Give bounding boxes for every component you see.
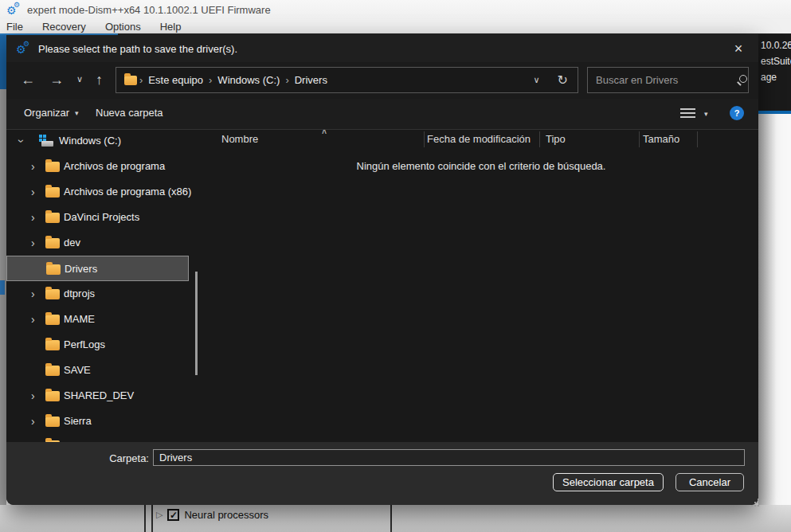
window-title: expert mode-Dism++x64 10.1.1002.1 UEFI F… xyxy=(27,4,271,16)
select-folder-button[interactable]: Seleccionar carpeta xyxy=(553,473,664,491)
address-dropdown-icon[interactable]: ∨ xyxy=(534,75,540,85)
screen: ⚙ ⚙ expert mode-Dism++x64 10.1.1002.1 UE… xyxy=(0,0,791,532)
clipped-text-1: 10.0.26 xyxy=(761,40,791,51)
neural-processors-checkbox[interactable]: ✓ xyxy=(167,509,179,521)
column-separator[interactable] xyxy=(697,131,698,147)
chevron-right-icon[interactable]: › xyxy=(31,389,35,402)
address-bar[interactable]: › Este equipo › Windows (C:) › Drivers ∨… xyxy=(116,67,578,93)
chevron-right-icon[interactable]: › xyxy=(31,288,35,300)
dism-titlebar: ⚙ ⚙ expert mode-Dism++x64 10.1.1002.1 UE… xyxy=(0,0,791,19)
folder-icon xyxy=(45,289,60,299)
folder-icon xyxy=(45,238,60,248)
tree-item-partial[interactable] xyxy=(6,432,198,442)
chevron-right-icon[interactable]: › xyxy=(31,313,35,326)
folder-icon xyxy=(45,315,60,325)
chevron-right-icon[interactable]: › xyxy=(31,237,35,249)
folder-icon xyxy=(124,76,137,85)
view-caret-icon[interactable]: ▾ xyxy=(704,110,708,118)
chevron-right-icon[interactable]: › xyxy=(31,186,35,198)
organize-label: Organizar xyxy=(24,107,69,119)
tree-item-drivers[interactable]: Drivers xyxy=(6,256,189,281)
tree-item-windows-c[interactable]: › Windows (C:) xyxy=(6,130,198,154)
dism-sidebar-sliver xyxy=(0,35,6,89)
dism-content-sliver xyxy=(758,114,791,532)
dialog-title: Please select the path to save the drive… xyxy=(38,43,237,55)
help-icon[interactable]: ? xyxy=(730,106,744,120)
bg-divider-line xyxy=(151,505,153,532)
new-folder-button[interactable]: Nueva carpeta xyxy=(96,107,163,119)
dism-menubar: File Recovery Options Help xyxy=(0,19,791,33)
chevron-right-icon[interactable]: › xyxy=(31,160,35,173)
tree-item-save[interactable]: SAVE xyxy=(6,358,198,383)
tree-item-shared-dev[interactable]: › SHARED_DEV xyxy=(6,383,198,409)
chevron-down-icon[interactable]: › xyxy=(15,139,28,143)
folder-icon xyxy=(45,213,60,223)
menu-options[interactable]: Options xyxy=(96,19,151,33)
search-icon[interactable] xyxy=(736,74,748,86)
folder-icon xyxy=(45,340,60,350)
folder-name-input[interactable] xyxy=(153,449,745,466)
breadcrumb-separator-icon: › xyxy=(285,74,288,86)
folder-icon xyxy=(46,264,61,275)
dialog-titlebar[interactable]: ⚙ ⚙ Please select the path to save the d… xyxy=(6,35,758,62)
column-separator[interactable] xyxy=(539,131,540,147)
expand-triangle-icon[interactable]: ▷ xyxy=(156,510,163,519)
folder-icon xyxy=(45,366,60,376)
menu-recovery[interactable]: Recovery xyxy=(33,19,96,33)
clipped-text-2: estSuite xyxy=(761,56,791,67)
back-button[interactable]: ← xyxy=(21,70,35,89)
column-header-tamano[interactable]: Tamaño xyxy=(643,133,679,145)
tree-scrollbar-thumb[interactable] xyxy=(195,272,198,375)
tree-item-archivos-de-programa-x86[interactable]: › Archivos de programa (x86) xyxy=(6,179,198,205)
breadcrumb-separator-icon: › xyxy=(209,74,212,86)
device-tree-row[interactable]: ▷ ✓ Neural processors xyxy=(156,509,268,521)
menu-help[interactable]: Help xyxy=(151,19,191,33)
dism-sidebar-accent xyxy=(0,280,5,295)
organize-button[interactable]: Organizar ▾ xyxy=(24,107,79,119)
dism-panel-sliver xyxy=(0,89,6,505)
drive-icon xyxy=(39,135,54,147)
sort-ascending-icon: ∧ xyxy=(321,129,327,136)
bg-divider-line xyxy=(144,505,146,532)
column-header-tipo[interactable]: Tipo xyxy=(546,133,566,145)
chevron-right-icon[interactable]: › xyxy=(31,415,35,428)
menu-file[interactable]: File xyxy=(0,19,33,33)
refresh-icon[interactable]: ↻ xyxy=(558,72,568,88)
details-view-icon[interactable] xyxy=(680,108,695,119)
bg-divider-line xyxy=(390,505,392,532)
new-folder-label: Nueva carpeta xyxy=(96,107,163,119)
forward-button[interactable]: → xyxy=(49,70,64,89)
resize-grip[interactable] xyxy=(751,499,753,500)
breadcrumb-separator-icon: › xyxy=(139,74,143,86)
breadcrumb-windows-c[interactable]: Windows (C:) xyxy=(217,74,280,86)
tree-item-sierra[interactable]: › Sierra xyxy=(6,409,198,434)
column-header-fecha[interactable]: Fecha de modificación xyxy=(427,133,531,145)
search-input[interactable] xyxy=(596,74,736,86)
dism-bottom-sliver: ▷ ✓ Neural processors xyxy=(0,505,791,532)
tree-item-archivos-de-programa[interactable]: › Archivos de programa xyxy=(6,154,198,179)
folder-icon xyxy=(45,187,60,198)
tree-item-perflogs[interactable]: PerfLogs xyxy=(6,332,198,358)
clipped-text-3: age xyxy=(761,72,777,83)
dialog-toolbar: Organizar ▾ Nueva carpeta ▾ ? xyxy=(6,99,758,129)
recent-locations-dropdown[interactable]: ∨ xyxy=(76,74,83,84)
column-header-nombre[interactable]: Nombre xyxy=(221,133,258,145)
neural-processors-label: Neural processors xyxy=(184,509,268,521)
close-icon[interactable]: × xyxy=(728,39,749,58)
folder-icon xyxy=(45,391,60,401)
column-separator[interactable] xyxy=(424,131,425,147)
gear-small-icon: ⚙ xyxy=(23,41,29,48)
dism-logo-icon: ⚙ ⚙ xyxy=(6,2,22,17)
empty-folder-message: Ningún elemento coincide con el criterio… xyxy=(204,160,758,172)
breadcrumb-este-equipo[interactable]: Este equipo xyxy=(148,74,203,86)
dism-right-panel-sliver: 10.0.26 estSuite age xyxy=(758,34,791,111)
tree-item-davinci-projects[interactable]: › DaVinci Projects xyxy=(6,205,198,230)
chevron-right-icon[interactable]: › xyxy=(31,211,35,224)
column-separator[interactable] xyxy=(639,131,640,147)
cancel-button[interactable]: Cancelar xyxy=(675,473,744,491)
breadcrumb-drivers[interactable]: Drivers xyxy=(295,74,327,86)
tree-item-mame[interactable]: › MAME xyxy=(6,307,198,332)
up-button[interactable]: ↑ xyxy=(96,70,103,89)
tree-item-dev[interactable]: › dev xyxy=(6,230,198,256)
tree-item-dtprojs[interactable]: › dtprojs xyxy=(6,281,198,307)
